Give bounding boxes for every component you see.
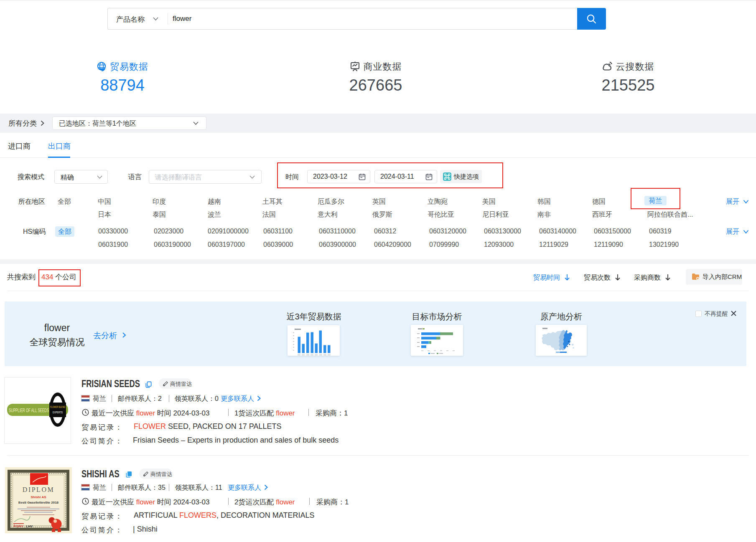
svg-text:EXPERTS: EXPERTS [53,411,63,414]
svg-text:Äripäev: Äripäev [13,524,23,528]
svg-text:Eesti Gasellettevõte 2018: Eesti Gasellettevõte 2018 [18,501,59,504]
svg-text:LHV: LHV [26,524,33,528]
svg-text:DIPLOM: DIPLOM [23,486,54,493]
svg-text:Shishi AS: Shishi AS [31,495,46,499]
svg-text:FLOWER BLEND: FLOWER BLEND [50,405,65,408]
svg-text:SUPPLIER OF ALL SEEDS: SUPPLIER OF ALL SEEDS [9,408,49,413]
